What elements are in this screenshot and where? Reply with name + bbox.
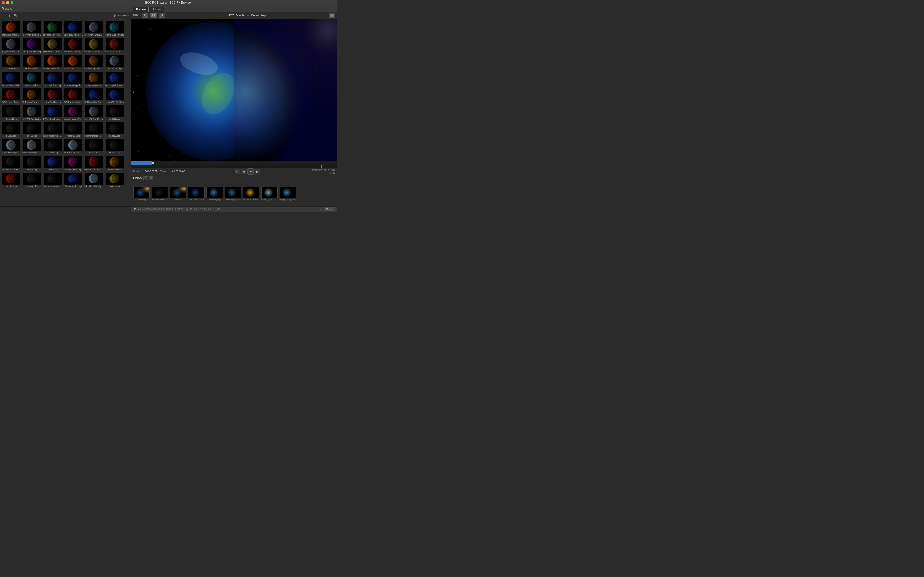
preset-item[interactable]: red-BlueGradTint.bsp: [63, 37, 84, 54]
fit-button[interactable]: [329, 13, 335, 18]
reset-button[interactable]: Reset: [133, 207, 142, 211]
preset-item[interactable]: greyWithFaintMagCast...: [22, 20, 42, 37]
view-btn-right[interactable]: [158, 13, 165, 18]
prev-frame-button[interactable]: ◀: [241, 169, 246, 174]
history-item[interactable]: slightlyStronger.bsp: [279, 187, 296, 200]
preset-item[interactable]: DrTCoolBlues.bsp: [42, 71, 63, 87]
history-item[interactable]: blackAndWhite.bsp: [151, 187, 168, 200]
history-item[interactable]: wideRing.bsp: [206, 187, 223, 200]
tab-preview[interactable]: Preview: [133, 7, 149, 12]
preset-item[interactable]: DrTLoopyOrange.bsp: [22, 87, 42, 104]
grid-icon[interactable]: ⊞: [2, 13, 6, 18]
next-frame-button[interactable]: ▶: [255, 169, 260, 174]
preset-item[interactable]: magentaTint.bsp: [63, 155, 84, 172]
preset-item[interactable]: DrTRedsAndBlues.bsp: [1, 87, 22, 104]
preset-item[interactable]: lowContrastGrays.bsp: [1, 155, 22, 172]
preset-item[interactable]: strongOrangeTint.bsp: [84, 71, 105, 87]
preset-item[interactable]: strongBlueTint.bsp: [105, 87, 125, 104]
preset-item[interactable]: DrTLoopyTintBlue.bsp: [84, 87, 105, 104]
preset-item[interactable]: greyWithFaintRedCast...: [84, 104, 105, 121]
view-btn-both[interactable]: [150, 13, 157, 18]
preset-item[interactable]: heatWave MatteBright...: [42, 54, 63, 71]
preset-item[interactable]: red - GreenGradTint.bsp: [105, 37, 125, 54]
preset-item[interactable]: AltDefault.bsp: [22, 172, 42, 189]
scrub-bar[interactable]: [131, 165, 337, 168]
preset-item[interactable]: darkerShadows PC.bsp: [42, 121, 63, 138]
preset-item[interactable]: brightenDarks PC.bsp: [84, 121, 105, 138]
history-item[interactable]: reallyLongRay.bsp: [225, 187, 241, 200]
search-icon[interactable]: 🔍: [13, 13, 18, 18]
preset-item[interactable]: midpointShiftBright.bsp: [84, 172, 105, 189]
preset-item[interactable]: b16c0.bsp: [84, 138, 105, 155]
goto-start-button[interactable]: ⏮: [235, 169, 240, 174]
history-list-icon[interactable]: ▤: [149, 176, 153, 180]
timeline-thumb[interactable]: [152, 161, 154, 164]
preset-item[interactable]: DrTRedsAndBlues2.bsp: [63, 87, 84, 104]
svg-point-167: [29, 174, 39, 184]
preset-item[interactable]: blueGreyTint.bsp: [63, 172, 84, 189]
preset-item[interactable]: reduceHighlights PC.bsp: [22, 138, 42, 155]
preset-item[interactable]: b0c16.bsp: [22, 121, 42, 138]
preset-item[interactable]: strongYellowTint.bsp: [84, 37, 105, 54]
preset-item[interactable]: sepiaTone.bsp: [105, 155, 125, 172]
preset-item[interactable]: increaseContrast20.bsp: [63, 138, 84, 155]
preset-item[interactable]: DrTLoopedBlueGray.bsp: [105, 71, 125, 87]
preset-item[interactable]: strongCyanTint.bsp: [105, 20, 125, 37]
settings-icon[interactable]: ⚙: [112, 13, 117, 18]
preset-item[interactable]: b10c10.bsp: [105, 121, 125, 138]
preset-item[interactable]: yellowRedGradTint.bsp: [42, 37, 63, 54]
preset-item[interactable]: solarizedGray-Blue.bsp: [63, 71, 84, 87]
preset-item[interactable]: AltDefault.bsp: [63, 121, 84, 138]
preset-item[interactable]: customGrayScale.bsp: [42, 172, 63, 189]
preset-item[interactable]: strongVioletTint.bsp: [22, 37, 42, 54]
timeline-bar[interactable]: [131, 161, 337, 165]
history-item[interactable]: Default.bsp: [133, 187, 150, 200]
history-menu-icon[interactable]: ≡: [144, 176, 148, 180]
preset-item[interactable]: psychotic.bsp: [1, 54, 22, 71]
preset-item[interactable]: Default.bsp: [105, 138, 125, 155]
preset-item[interactable]: heatWave MatteDarker...: [1, 20, 22, 37]
preset-item[interactable]: reddishBlackMidYel.bsp: [84, 155, 105, 172]
preset-item[interactable]: b10c25.bsp: [42, 138, 63, 155]
history-item[interactable]: Default.bsp: [170, 187, 186, 200]
minimize-button[interactable]: [6, 1, 9, 4]
titlebar-buttons[interactable]: [2, 1, 13, 4]
preset-item[interactable]: DrTRedsAndBluesLoop...: [63, 20, 84, 37]
preset-item[interactable]: heatWave40pctOrig.bsp: [63, 54, 84, 71]
preset-item[interactable]: OrangeVignette PC.bsp: [84, 54, 105, 71]
preset-item[interactable]: heatWave.bsp: [22, 54, 42, 71]
preset-item[interactable]: DrTIceBlueGray.bsp: [42, 104, 63, 121]
history-item[interactable]: strongLightShortRay.bsp: [261, 187, 278, 200]
preset-item[interactable]: strongRedTint.bsp: [42, 87, 63, 104]
history-item[interactable]: narrowBeam.bsp: [188, 187, 205, 200]
maximize-button[interactable]: [11, 1, 13, 4]
preset-item[interactable]: greyWithFaintGrnCast...: [1, 37, 22, 54]
preset-name: greyWithFaintYelCast...: [23, 118, 42, 120]
close-button[interactable]: [2, 1, 5, 4]
preset-item[interactable]: AltDefault.bsp: [105, 54, 125, 71]
preset-item[interactable]: strongGreenTint.bsp: [42, 20, 63, 37]
view-btn-left[interactable]: [142, 13, 149, 18]
preset-item[interactable]: b12c8.bsp: [1, 121, 22, 138]
preset-item[interactable]: khakiTint.bsp: [105, 172, 125, 189]
split-line: [232, 19, 233, 161]
preset-item[interactable]: Default.bsp: [1, 104, 22, 121]
preset-item[interactable]: greyWithFaintBlueCast...: [84, 20, 105, 37]
preset-item[interactable]: strongMagentaTint.bsp: [63, 104, 84, 121]
preset-item[interactable]: neutralize.bsp: [22, 71, 42, 87]
scrub-indicator[interactable]: [320, 165, 322, 168]
preset-item[interactable]: blueTint.bsp: [42, 155, 63, 172]
close-button-status[interactable]: Close: [324, 207, 335, 211]
preset-row: psychotic.bspheatWave.bspheatWave MatteB…: [1, 54, 130, 71]
tab-folders[interactable]: Folders: [149, 7, 164, 12]
preset-item[interactable]: redTint.bsp: [1, 172, 22, 189]
preset-item[interactable]: b18c12.bsp: [105, 104, 125, 121]
preset-item[interactable]: greyWithFaintYelCast...: [22, 104, 42, 121]
preset-item[interactable]: neutral.bsp: [22, 155, 42, 172]
preset-item[interactable]: yellowBlueGradTint.bsp: [1, 71, 22, 87]
upload-icon[interactable]: ⬆: [8, 13, 12, 18]
preset-item[interactable]: brighterHighlights PC...: [1, 138, 22, 155]
preview-area[interactable]: [131, 19, 337, 161]
history-item[interactable]: FastFlickerYellowOverl...: [243, 187, 260, 200]
play-button[interactable]: ▶: [247, 168, 254, 174]
